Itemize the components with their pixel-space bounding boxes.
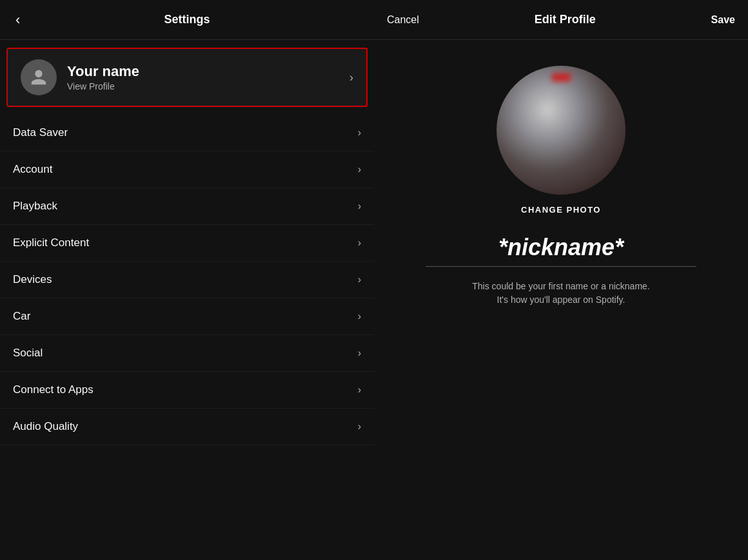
- menu-item-data-saver[interactable]: Data Saver ›: [0, 115, 374, 151]
- menu-item-account[interactable]: Account ›: [0, 151, 374, 188]
- settings-menu: Data Saver › Account › Playback › Explic…: [0, 115, 374, 560]
- settings-header: ‹ Settings: [0, 0, 374, 40]
- nickname-hint: This could be your first name or a nickn…: [472, 280, 649, 307]
- chevron-explicit-content: ›: [358, 237, 361, 249]
- nickname-section: This could be your first name or a nickn…: [374, 215, 748, 307]
- profile-name: Your name: [67, 63, 344, 80]
- chevron-playback: ›: [358, 200, 361, 212]
- profile-photo[interactable]: [497, 66, 625, 195]
- avatar: [21, 59, 57, 95]
- menu-label-devices: Devices: [13, 273, 52, 286]
- profile-info: Your name View Profile: [67, 63, 344, 92]
- menu-item-social[interactable]: Social ›: [0, 335, 374, 372]
- nickname-hint-line2: It's how you'll appear on Spotify.: [497, 294, 625, 305]
- menu-label-connect-to-apps: Connect to Apps: [13, 383, 94, 396]
- nickname-hint-line1: This could be your first name or a nickn…: [472, 281, 649, 291]
- chevron-account: ›: [358, 164, 361, 175]
- settings-title: Settings: [164, 13, 210, 26]
- chevron-social: ›: [358, 347, 361, 359]
- edit-profile-title: Edit Profile: [535, 13, 596, 26]
- menu-label-car: Car: [13, 310, 30, 323]
- menu-item-explicit-content[interactable]: Explicit Content ›: [0, 225, 374, 262]
- menu-label-playback: Playback: [13, 200, 57, 213]
- avatar-container: CHANGE PHOTO: [497, 66, 625, 215]
- menu-item-car[interactable]: Car ›: [0, 298, 374, 335]
- profile-row[interactable]: Your name View Profile ›: [6, 48, 368, 107]
- menu-item-devices[interactable]: Devices ›: [0, 262, 374, 298]
- chevron-connect-to-apps: ›: [358, 384, 361, 396]
- change-photo-button[interactable]: CHANGE PHOTO: [521, 205, 601, 215]
- menu-label-explicit-content: Explicit Content: [13, 237, 89, 249]
- menu-item-playback[interactable]: Playback ›: [0, 188, 374, 225]
- chevron-devices: ›: [358, 274, 361, 285]
- save-button[interactable]: Save: [711, 14, 735, 26]
- chevron-audio-quality: ›: [358, 421, 361, 432]
- user-icon: [30, 68, 48, 86]
- cancel-button[interactable]: Cancel: [387, 14, 419, 26]
- avatar-photo-bg: [497, 66, 625, 195]
- menu-label-data-saver: Data Saver: [13, 126, 68, 139]
- settings-panel: ‹ Settings Your name View Profile › Data…: [0, 0, 374, 560]
- menu-label-audio-quality: Audio Quality: [13, 420, 78, 433]
- menu-item-audio-quality[interactable]: Audio Quality ›: [0, 409, 374, 445]
- edit-profile-panel: Cancel Edit Profile Save CHANGE PHOTO Th…: [374, 0, 748, 560]
- chevron-data-saver: ›: [358, 127, 361, 139]
- back-button[interactable]: ‹: [10, 9, 25, 31]
- view-profile-link: View Profile: [67, 81, 344, 92]
- nickname-input[interactable]: [426, 234, 696, 267]
- menu-label-social: Social: [13, 347, 43, 360]
- chevron-car: ›: [358, 311, 361, 322]
- menu-label-account: Account: [13, 163, 52, 176]
- menu-item-connect-to-apps[interactable]: Connect to Apps ›: [0, 372, 374, 409]
- profile-chevron: ›: [349, 71, 353, 84]
- edit-profile-header: Cancel Edit Profile Save: [374, 0, 748, 40]
